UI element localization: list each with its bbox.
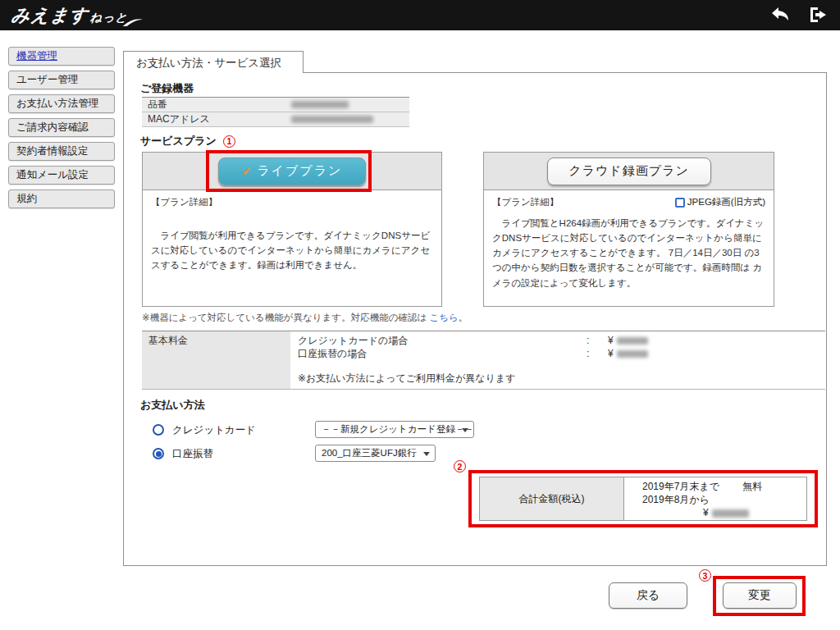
back-button[interactable]: 戻る xyxy=(609,582,687,609)
plan-cards: ✔ ライブプラン 【プラン詳細】 ライブ閲覧が利用できるプランです。ダイナミック… xyxy=(142,152,809,308)
credit-fee-label: クレジットカードの場合 xyxy=(298,334,587,347)
plan-detail-heading: 【プラン詳細】 xyxy=(492,196,559,208)
currency-symbol: ¥ xyxy=(703,507,709,518)
sidebar-item-terms[interactable]: 規約 xyxy=(8,189,115,208)
live-plan-button[interactable]: ✔ ライブプラン xyxy=(218,158,366,185)
sidebar-item-label: ご請求内容確認 xyxy=(16,121,89,133)
table-row: クレジットカードの場合 : ¥ xyxy=(298,334,825,347)
total-free-value: 無料 xyxy=(742,481,762,492)
table-row: 品番 xyxy=(142,98,409,112)
live-plan-card: ✔ ライブプラン 【プラン詳細】 ライブ閲覧が利用できるプランです。ダイナミック… xyxy=(142,152,442,307)
total-values: 2019年7月末まで無料 2019年8月から ¥ xyxy=(624,477,806,520)
live-plan-detail: 【プラン詳細】 ライブ閲覧が利用できるプランです。ダイナミックDNSサービスに対… xyxy=(142,190,442,307)
plan-detail-heading: 【プラン詳細】 xyxy=(151,196,433,208)
credit-card-label: クレジットカード xyxy=(172,423,256,437)
cloud-plan-description: ライブ閲覧とH264録画が利用できるプランです。ダイナミックDNSサービスに対応… xyxy=(492,216,765,290)
redacted-mac-address xyxy=(291,116,373,123)
sidebar-item-label: ユーザー管理 xyxy=(16,74,79,85)
total-line-july: 2019年7月末まで無料 xyxy=(642,480,801,493)
annotation-number-1: 1 xyxy=(223,135,235,148)
live-plan-description: ライブ閲覧が利用できるプランです。ダイナミックDNSサービスに対応しているのでイ… xyxy=(151,228,433,272)
tab-payment-service-selection[interactable]: お支払い方法・サービス選択 xyxy=(123,51,304,73)
sidebar: 機器管理 ユーザー管理 お支払い方法管理 ご請求内容確認 契約者情報設定 通知メ… xyxy=(8,47,115,208)
cloud-plan-card-header: クラウド録画プラン xyxy=(483,152,774,190)
fee-separator: : xyxy=(587,334,608,347)
sidebar-item-billing-confirmation[interactable]: ご請求内容確認 xyxy=(8,118,115,137)
bank-fee-label: 口座振替の場合 xyxy=(298,347,587,360)
plan-note: ※機器によって対応している機能が異なります。対応機能の確認は こちら。 xyxy=(142,312,468,324)
annotation-number-2: 2 xyxy=(454,460,466,472)
sidebar-item-device-management[interactable]: 機器管理 xyxy=(8,47,115,66)
annotation-number-3: 3 xyxy=(699,569,711,582)
bank-transfer-radio[interactable] xyxy=(153,448,164,459)
header: みえます ねっと xyxy=(0,0,840,30)
fee-separator: : xyxy=(587,347,608,360)
table-row: MACアドレス xyxy=(142,112,409,127)
total-period-july: 2019年7月末まで xyxy=(642,481,719,492)
base-fee-table: 基本料金 クレジットカードの場合 : ¥ 口座振替の場合 : ¥ ※お支払い方法… xyxy=(142,331,825,390)
logo-text-main: みえます xyxy=(10,3,89,28)
chevron-down-icon xyxy=(462,428,468,432)
credit-card-select-value: －－新規クレジットカード登録－－ xyxy=(322,423,474,436)
registered-device-table: 品番 MACアドレス xyxy=(142,97,409,127)
total-table: 合計金額(税込) 2019年7月末まで無料 2019年8月から ¥ xyxy=(479,477,807,521)
service-plan-heading: サービスプラン 1 xyxy=(140,134,235,148)
payment-method-heading: お支払い方法 xyxy=(140,398,205,413)
header-icons xyxy=(769,6,829,25)
model-number-label: 品番 xyxy=(142,98,291,112)
kochira-link[interactable]: こちら xyxy=(429,313,458,322)
plan-note-text: ※機器によって対応している機能が異なります。対応機能の確認は xyxy=(142,313,429,322)
check-icon: ✔ xyxy=(242,165,253,178)
table-row: 口座振替の場合 : ¥ xyxy=(298,347,825,360)
back-icon[interactable] xyxy=(769,6,791,25)
redacted-total-amount xyxy=(712,509,749,518)
credit-card-select[interactable]: －－新規クレジットカード登録－－ xyxy=(315,421,474,438)
sidebar-item-contractor-settings[interactable]: 契約者情報設定 xyxy=(8,142,115,161)
jpeg-checkbox-group: JPEG録画(旧方式) xyxy=(675,196,765,208)
registered-device-heading: ご登録機器 xyxy=(140,81,194,96)
base-fee-label: 基本料金 xyxy=(142,331,290,389)
plan-note-suffix: 。 xyxy=(459,313,468,322)
bank-transfer-option-row: 口座振替 200_口座三菱UFJ銀行 xyxy=(153,445,256,463)
sidebar-item-label: 機器管理 xyxy=(16,50,57,62)
sidebar-item-label: 通知メール設定 xyxy=(16,169,89,180)
sidebar-item-notification-mail[interactable]: 通知メール設定 xyxy=(8,166,115,185)
app-logo: みえます ねっと xyxy=(10,3,145,28)
chevron-down-icon xyxy=(423,452,430,456)
redacted-model-number xyxy=(291,101,349,108)
mac-address-label: MACアドレス xyxy=(142,112,291,126)
base-fee-content: クレジットカードの場合 : ¥ 口座振替の場合 : ¥ ※お支払い方法によってご… xyxy=(290,331,825,389)
logout-icon[interactable] xyxy=(807,6,829,25)
total-label: 合計金額(税込) xyxy=(480,477,624,520)
cloud-plan-card: クラウド録画プラン 【プラン詳細】 JPEG録画(旧方式) ライブ閲覧とH264… xyxy=(483,152,774,307)
jpeg-checkbox[interactable] xyxy=(675,198,685,208)
bank-select-value: 200_口座三菱UFJ銀行 xyxy=(322,447,417,459)
logo-swoosh xyxy=(121,16,144,28)
sidebar-item-label: 契約者情報設定 xyxy=(16,145,89,157)
bank-select[interactable]: 200_口座三菱UFJ銀行 xyxy=(315,445,436,462)
live-plan-button-label: ライブプラン xyxy=(257,163,342,179)
sidebar-item-label: 規約 xyxy=(16,193,37,204)
sidebar-item-label: お支払い方法管理 xyxy=(16,98,99,109)
sidebar-item-payment-management[interactable]: お支払い方法管理 xyxy=(8,94,115,113)
main-panel: ご登録機器 品番 MACアドレス サービスプラン 1 ✔ ライブプラン xyxy=(123,72,827,566)
credit-card-option-row: クレジットカード －－新規クレジットカード登録－－ xyxy=(153,421,256,439)
credit-card-radio[interactable] xyxy=(153,424,164,436)
currency-symbol: ¥ xyxy=(608,334,614,347)
base-fee-note: ※お支払い方法によってご利用料金が異なります xyxy=(298,372,825,386)
sidebar-item-user-management[interactable]: ユーザー管理 xyxy=(8,71,115,89)
cloud-plan-button[interactable]: クラウド録画プラン xyxy=(547,158,711,185)
currency-symbol: ¥ xyxy=(608,347,614,360)
live-plan-card-header: ✔ ライブプラン xyxy=(142,152,442,190)
cloud-plan-detail: 【プラン詳細】 JPEG録画(旧方式) ライブ閲覧とH264録画が利用できるプラ… xyxy=(483,190,774,307)
payment-options: クレジットカード －－新規クレジットカード登録－－ 口座振替 200_口座三菱U… xyxy=(153,421,256,468)
service-plan-heading-text: サービスプラン xyxy=(140,134,217,148)
redacted-credit-fee xyxy=(617,337,648,345)
app-root: みえます ねっと 機器管理 ユーザー管理 お支払い方法管理 ご請求 xyxy=(0,0,840,630)
redacted-bank-fee xyxy=(617,350,648,358)
total-amount-line: ¥ xyxy=(703,506,801,519)
total-period-august: 2019年8月から xyxy=(642,493,801,506)
bank-transfer-label: 口座振替 xyxy=(172,447,213,461)
change-button[interactable]: 変更 xyxy=(723,582,797,609)
jpeg-checkbox-label: JPEG録画(旧方式) xyxy=(687,196,765,208)
